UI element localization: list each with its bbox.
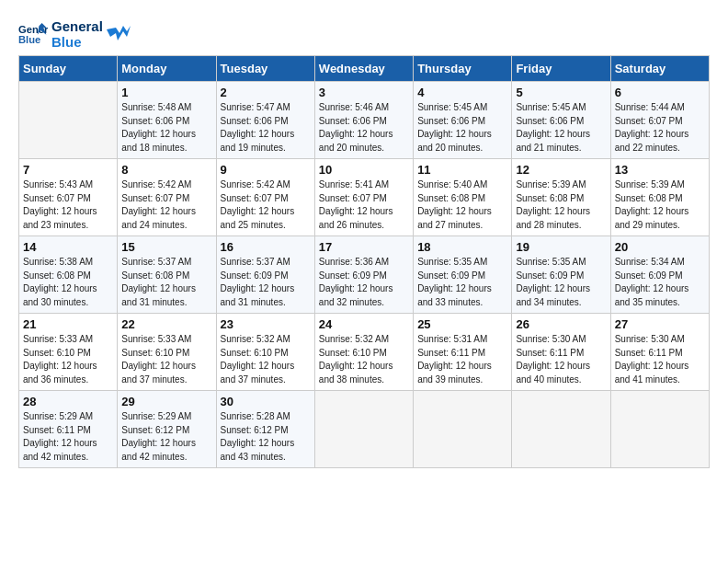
calendar-week-4: 21Sunrise: 5:33 AM Sunset: 6:10 PM Dayli… xyxy=(19,314,710,391)
weekday-header-sunday: Sunday xyxy=(19,56,118,82)
day-info: Sunrise: 5:48 AM Sunset: 6:06 PM Dayligh… xyxy=(121,101,211,155)
day-number: 26 xyxy=(516,317,606,331)
day-number: 5 xyxy=(516,86,606,99)
calendar-cell xyxy=(414,391,512,468)
weekday-header-saturday: Saturday xyxy=(610,56,709,82)
calendar-cell: 27Sunrise: 5:30 AM Sunset: 6:11 PM Dayli… xyxy=(610,314,709,391)
day-info: Sunrise: 5:39 AM Sunset: 6:08 PM Dayligh… xyxy=(615,178,705,232)
day-number: 20 xyxy=(615,240,705,254)
day-number: 23 xyxy=(221,317,311,331)
calendar-week-3: 14Sunrise: 5:38 AM Sunset: 6:08 PM Dayli… xyxy=(19,236,710,314)
day-number: 21 xyxy=(23,317,113,331)
day-number: 22 xyxy=(121,317,211,331)
day-number: 25 xyxy=(417,317,507,331)
day-info: Sunrise: 5:29 AM Sunset: 6:12 PM Dayligh… xyxy=(121,410,211,464)
day-number: 2 xyxy=(221,86,311,99)
calendar-cell xyxy=(610,391,709,468)
calendar-cell: 25Sunrise: 5:31 AM Sunset: 6:11 PM Dayli… xyxy=(414,314,512,391)
day-info: Sunrise: 5:30 AM Sunset: 6:11 PM Dayligh… xyxy=(615,333,705,386)
calendar-cell: 24Sunrise: 5:32 AM Sunset: 6:10 PM Dayli… xyxy=(314,314,413,391)
day-info: Sunrise: 5:33 AM Sunset: 6:10 PM Dayligh… xyxy=(23,333,113,386)
calendar-cell: 9Sunrise: 5:42 AM Sunset: 6:07 PM Daylig… xyxy=(216,159,314,236)
calendar-cell: 23Sunrise: 5:32 AM Sunset: 6:10 PM Dayli… xyxy=(216,314,314,391)
day-info: Sunrise: 5:37 AM Sunset: 6:08 PM Dayligh… xyxy=(121,256,211,309)
day-info: Sunrise: 5:40 AM Sunset: 6:08 PM Dayligh… xyxy=(417,178,507,232)
calendar-cell xyxy=(314,391,413,468)
day-info: Sunrise: 5:36 AM Sunset: 6:09 PM Dayligh… xyxy=(319,256,409,309)
calendar-cell: 29Sunrise: 5:29 AM Sunset: 6:12 PM Dayli… xyxy=(118,391,216,468)
day-number: 14 xyxy=(23,240,113,254)
day-info: Sunrise: 5:28 AM Sunset: 6:12 PM Dayligh… xyxy=(221,410,311,464)
logo-icon: General Blue xyxy=(18,21,48,47)
day-number: 18 xyxy=(417,240,507,254)
logo: General Blue General Blue xyxy=(18,18,131,50)
calendar-cell: 1Sunrise: 5:48 AM Sunset: 6:06 PM Daylig… xyxy=(118,82,216,159)
day-number: 4 xyxy=(417,86,507,99)
calendar-cell: 10Sunrise: 5:41 AM Sunset: 6:07 PM Dayli… xyxy=(314,159,413,236)
calendar-week-2: 7Sunrise: 5:43 AM Sunset: 6:07 PM Daylig… xyxy=(19,159,710,236)
day-info: Sunrise: 5:29 AM Sunset: 6:11 PM Dayligh… xyxy=(23,410,113,464)
day-info: Sunrise: 5:42 AM Sunset: 6:07 PM Dayligh… xyxy=(221,178,311,232)
calendar-week-5: 28Sunrise: 5:29 AM Sunset: 6:11 PM Dayli… xyxy=(19,391,710,468)
day-info: Sunrise: 5:31 AM Sunset: 6:11 PM Dayligh… xyxy=(417,333,507,386)
calendar-cell: 14Sunrise: 5:38 AM Sunset: 6:08 PM Dayli… xyxy=(19,236,118,314)
day-number: 16 xyxy=(221,240,311,254)
day-info: Sunrise: 5:30 AM Sunset: 6:11 PM Dayligh… xyxy=(516,333,606,386)
day-info: Sunrise: 5:47 AM Sunset: 6:06 PM Dayligh… xyxy=(221,101,311,155)
day-number: 6 xyxy=(615,86,705,99)
page-header: General Blue General Blue xyxy=(18,18,710,50)
logo-bird-icon xyxy=(107,24,131,44)
day-info: Sunrise: 5:33 AM Sunset: 6:10 PM Dayligh… xyxy=(121,333,211,386)
weekday-header-monday: Monday xyxy=(118,56,216,82)
day-number: 12 xyxy=(516,163,606,177)
calendar-cell: 15Sunrise: 5:37 AM Sunset: 6:08 PM Dayli… xyxy=(118,236,216,314)
calendar-header-row: SundayMondayTuesdayWednesdayThursdayFrid… xyxy=(19,56,710,82)
day-number: 13 xyxy=(615,163,705,177)
calendar-cell: 28Sunrise: 5:29 AM Sunset: 6:11 PM Dayli… xyxy=(19,391,118,468)
calendar-cell: 17Sunrise: 5:36 AM Sunset: 6:09 PM Dayli… xyxy=(314,236,413,314)
day-info: Sunrise: 5:35 AM Sunset: 6:09 PM Dayligh… xyxy=(417,256,507,309)
logo-blue: Blue xyxy=(51,34,103,50)
calendar-cell: 22Sunrise: 5:33 AM Sunset: 6:10 PM Dayli… xyxy=(118,314,216,391)
day-info: Sunrise: 5:45 AM Sunset: 6:06 PM Dayligh… xyxy=(417,101,507,155)
day-info: Sunrise: 5:43 AM Sunset: 6:07 PM Dayligh… xyxy=(23,178,113,232)
day-info: Sunrise: 5:46 AM Sunset: 6:06 PM Dayligh… xyxy=(319,101,409,155)
day-number: 24 xyxy=(319,317,409,331)
calendar-cell: 30Sunrise: 5:28 AM Sunset: 6:12 PM Dayli… xyxy=(216,391,314,468)
day-info: Sunrise: 5:34 AM Sunset: 6:09 PM Dayligh… xyxy=(615,256,705,309)
weekday-header-tuesday: Tuesday xyxy=(216,56,314,82)
day-info: Sunrise: 5:38 AM Sunset: 6:08 PM Dayligh… xyxy=(23,256,113,309)
calendar-cell: 7Sunrise: 5:43 AM Sunset: 6:07 PM Daylig… xyxy=(19,159,118,236)
svg-marker-3 xyxy=(107,26,131,40)
day-number: 28 xyxy=(23,395,113,408)
calendar-cell xyxy=(512,391,610,468)
day-info: Sunrise: 5:44 AM Sunset: 6:07 PM Dayligh… xyxy=(615,101,705,155)
day-number: 30 xyxy=(221,395,311,408)
calendar-week-1: 1Sunrise: 5:48 AM Sunset: 6:06 PM Daylig… xyxy=(19,82,710,159)
calendar-cell: 19Sunrise: 5:35 AM Sunset: 6:09 PM Dayli… xyxy=(512,236,610,314)
calendar-cell: 5Sunrise: 5:45 AM Sunset: 6:06 PM Daylig… xyxy=(512,82,610,159)
calendar-cell: 16Sunrise: 5:37 AM Sunset: 6:09 PM Dayli… xyxy=(216,236,314,314)
calendar-cell: 26Sunrise: 5:30 AM Sunset: 6:11 PM Dayli… xyxy=(512,314,610,391)
day-number: 7 xyxy=(23,163,113,177)
day-number: 11 xyxy=(417,163,507,177)
calendar-cell: 2Sunrise: 5:47 AM Sunset: 6:06 PM Daylig… xyxy=(216,82,314,159)
svg-text:Blue: Blue xyxy=(18,34,40,45)
day-info: Sunrise: 5:42 AM Sunset: 6:07 PM Dayligh… xyxy=(121,178,211,232)
weekday-header-friday: Friday xyxy=(512,56,610,82)
calendar-cell: 8Sunrise: 5:42 AM Sunset: 6:07 PM Daylig… xyxy=(118,159,216,236)
weekday-header-thursday: Thursday xyxy=(414,56,512,82)
calendar-cell: 21Sunrise: 5:33 AM Sunset: 6:10 PM Dayli… xyxy=(19,314,118,391)
day-number: 9 xyxy=(221,163,311,177)
calendar-cell: 6Sunrise: 5:44 AM Sunset: 6:07 PM Daylig… xyxy=(610,82,709,159)
day-number: 8 xyxy=(121,163,211,177)
day-info: Sunrise: 5:41 AM Sunset: 6:07 PM Dayligh… xyxy=(319,178,409,232)
calendar-cell: 20Sunrise: 5:34 AM Sunset: 6:09 PM Dayli… xyxy=(610,236,709,314)
day-number: 3 xyxy=(319,86,409,99)
day-number: 19 xyxy=(516,240,606,254)
calendar-cell: 18Sunrise: 5:35 AM Sunset: 6:09 PM Dayli… xyxy=(414,236,512,314)
calendar-cell xyxy=(19,82,118,159)
day-number: 10 xyxy=(319,163,409,177)
day-info: Sunrise: 5:37 AM Sunset: 6:09 PM Dayligh… xyxy=(221,256,311,309)
day-number: 29 xyxy=(121,395,211,408)
